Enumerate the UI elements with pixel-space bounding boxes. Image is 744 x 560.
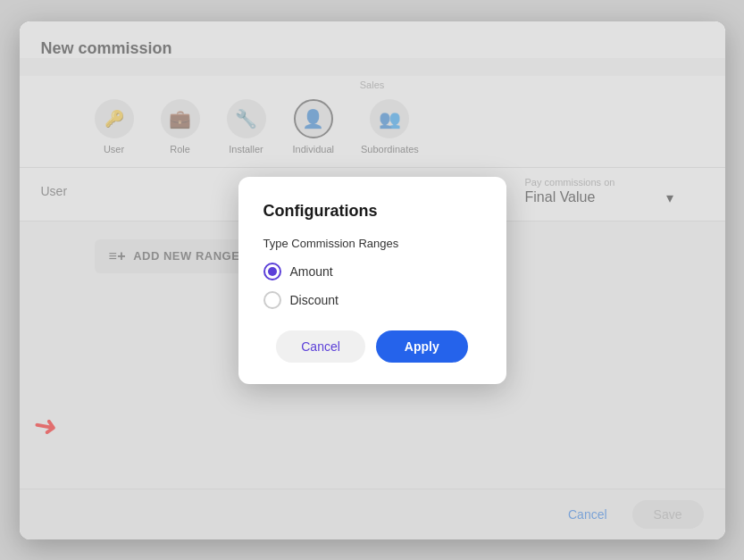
config-dialog: Configurations Type Commission Ranges Am… xyxy=(238,177,506,384)
radio-amount-label: Amount xyxy=(290,264,333,279)
config-apply-button[interactable]: Apply xyxy=(376,330,468,363)
radio-amount[interactable]: Amount xyxy=(263,263,481,280)
config-dialog-title: Configurations xyxy=(263,202,481,221)
main-modal: New commission Sales 🔑 User 💼 Role 🔧 Ins… xyxy=(20,21,725,539)
config-cancel-button[interactable]: Cancel xyxy=(276,330,365,363)
radio-amount-circle xyxy=(263,263,281,280)
dialog-overlay: Configurations Type Commission Ranges Am… xyxy=(20,21,725,539)
config-dialog-subtitle: Type Commission Ranges xyxy=(263,237,481,250)
radio-discount-label: Discount xyxy=(290,293,339,307)
radio-discount-circle xyxy=(263,291,281,309)
radio-discount[interactable]: Discount xyxy=(263,291,481,309)
config-dialog-actions: Cancel Apply xyxy=(263,330,481,363)
